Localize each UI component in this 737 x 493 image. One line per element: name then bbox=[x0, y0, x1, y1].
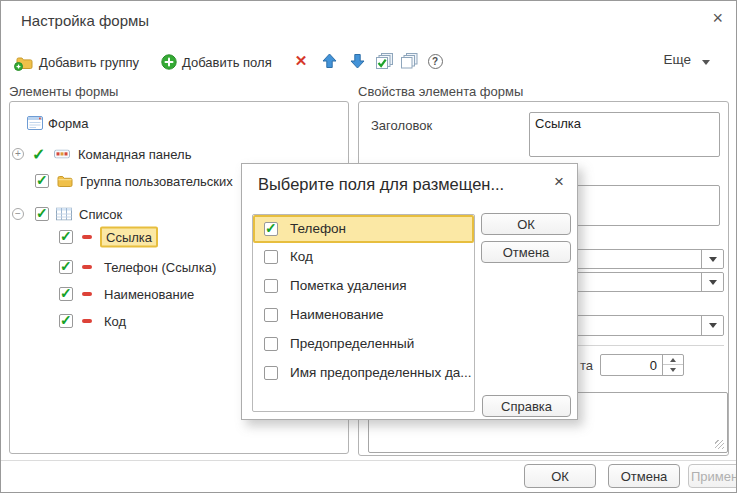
add-fields-label: Добавить поля bbox=[182, 55, 272, 70]
tree-item-label[interactable]: Код bbox=[104, 314, 126, 329]
chevron-down-icon bbox=[709, 257, 717, 262]
checkbox-checked[interactable]: ✓ bbox=[35, 174, 49, 188]
list-item-code[interactable]: Код bbox=[253, 243, 474, 272]
height-value: 0 bbox=[650, 358, 657, 373]
add-fields-button[interactable]: Добавить поля bbox=[161, 49, 272, 75]
help-button[interactable]: ? bbox=[425, 51, 445, 71]
tree-item-label[interactable]: Командная панель bbox=[78, 147, 191, 162]
arrow-up-icon bbox=[322, 53, 337, 69]
form-icon bbox=[27, 116, 43, 130]
modal-help-button[interactable]: Справка bbox=[482, 395, 571, 417]
tree-item-label[interactable]: Список bbox=[79, 207, 122, 222]
arrow-down-icon bbox=[350, 53, 365, 69]
check-icon: ✓ bbox=[60, 258, 72, 274]
cancel-button[interactable]: Отмена bbox=[608, 464, 680, 488]
down-arrow-icon bbox=[670, 368, 676, 372]
check-icon: ✓ bbox=[36, 205, 48, 221]
right-panel-header: Свойства элемента формы bbox=[358, 84, 523, 99]
checkbox-checked[interactable]: ✓ bbox=[59, 260, 73, 274]
checkbox-unchecked[interactable] bbox=[264, 308, 278, 322]
close-icon[interactable]: × bbox=[554, 172, 564, 192]
checkbox-checked[interactable]: ✓ bbox=[59, 230, 73, 244]
dropdown-button[interactable] bbox=[701, 250, 723, 268]
move-up-button[interactable] bbox=[319, 51, 339, 71]
tree-item-label[interactable]: Наименование bbox=[104, 287, 194, 302]
check-icon: ✓ bbox=[60, 312, 72, 328]
stepper-up-button[interactable] bbox=[663, 355, 683, 365]
expand-minus-icon[interactable]: − bbox=[12, 208, 24, 220]
folder-icon bbox=[57, 175, 73, 188]
list-item-label[interactable]: Предопределенный bbox=[290, 336, 414, 351]
dropdown-button[interactable] bbox=[701, 316, 723, 335]
close-icon[interactable]: × bbox=[712, 8, 723, 28]
list-item-predefined[interactable]: Предопределенный bbox=[253, 330, 474, 359]
select-fields-dialog: Выберите поля для размещен... × ✓ Телефо… bbox=[241, 163, 578, 420]
check-all-button[interactable] bbox=[373, 51, 395, 71]
resize-grip[interactable] bbox=[715, 440, 724, 449]
checkbox-unchecked[interactable] bbox=[264, 279, 278, 293]
chevron-down-icon[interactable] bbox=[702, 60, 710, 65]
field-dash-icon bbox=[82, 292, 92, 296]
add-group-button[interactable]: Добавить группу bbox=[14, 49, 139, 75]
folder-plus-icon bbox=[14, 54, 34, 71]
move-down-button[interactable] bbox=[347, 51, 367, 71]
tree-item-command-bar[interactable]: + ✓ Командная панель bbox=[10, 143, 348, 165]
checkbox-checked[interactable]: ✓ bbox=[59, 287, 73, 301]
copy-button[interactable] bbox=[399, 51, 419, 71]
modal-ok-button[interactable]: ОК bbox=[481, 213, 571, 235]
check-icon: ✓ bbox=[265, 220, 277, 236]
form-settings-dialog: Настройка формы × Добавить группу Добави… bbox=[0, 0, 737, 493]
tree-item-label[interactable]: Телефон (Ссылка) bbox=[104, 260, 216, 275]
checkbox-unchecked[interactable] bbox=[264, 366, 278, 380]
ok-button[interactable]: ОК bbox=[524, 464, 596, 488]
field-dash-icon bbox=[82, 319, 92, 323]
modal-cancel-button[interactable]: Отмена bbox=[481, 241, 571, 263]
check-icon: ✓ bbox=[60, 228, 72, 244]
list-item-label[interactable]: Наименование bbox=[290, 307, 384, 322]
plus-circle-icon bbox=[161, 54, 177, 70]
up-arrow-icon bbox=[670, 358, 676, 362]
caption-label: Заголовок bbox=[371, 118, 432, 133]
list-item-phone[interactable]: ✓ Телефон bbox=[253, 215, 474, 243]
chevron-down-icon bbox=[709, 323, 717, 328]
fields-list: ✓ Телефон Код Пометка удаления Наименова… bbox=[252, 214, 475, 412]
list-item-label[interactable]: Код bbox=[290, 249, 313, 264]
checkbox-checked[interactable]: ✓ bbox=[35, 207, 49, 221]
list-item-predefined-data-name[interactable]: Имя предопределенных да... bbox=[253, 359, 474, 388]
command-bar-icon bbox=[54, 150, 70, 159]
add-group-label: Добавить группу bbox=[39, 55, 139, 70]
checkbox-unchecked[interactable] bbox=[264, 337, 278, 351]
check-icon: ✓ bbox=[60, 285, 72, 301]
list-item-label[interactable]: Пометка удаления bbox=[290, 278, 407, 293]
checkbox-unchecked[interactable] bbox=[264, 250, 278, 264]
checkbox-checked[interactable]: ✓ bbox=[264, 222, 278, 236]
dropdown-button[interactable] bbox=[701, 273, 723, 291]
list-item-deletion-mark[interactable]: Пометка удаления bbox=[253, 272, 474, 301]
list-item-label[interactable]: Имя предопределенных да... bbox=[290, 365, 472, 380]
delete-button[interactable]: ✕ bbox=[291, 51, 311, 71]
checkbox-checked[interactable]: ✓ bbox=[59, 314, 73, 328]
list-item-name[interactable]: Наименование bbox=[253, 301, 474, 330]
caption-value: Ссылка bbox=[535, 116, 581, 131]
toolbar: Добавить группу Добавить поля ✕ bbox=[1, 49, 736, 77]
visibility-check-icon[interactable]: ✓ bbox=[32, 145, 45, 164]
height-label-fragment: та bbox=[580, 358, 593, 373]
pages-check-icon bbox=[375, 53, 394, 70]
tree-item-form[interactable]: Форма bbox=[10, 112, 348, 134]
expand-plus-icon[interactable]: + bbox=[12, 148, 24, 160]
field-dash-icon bbox=[82, 265, 92, 269]
tree-item-label[interactable]: Группа пользовательских bbox=[80, 174, 233, 189]
table-icon bbox=[56, 208, 72, 221]
more-button[interactable]: Еще bbox=[664, 52, 691, 67]
modal-title: Выберите поля для размещен... bbox=[258, 175, 504, 194]
stepper-down-button[interactable] bbox=[663, 365, 683, 375]
copy-pages-icon bbox=[401, 53, 418, 69]
check-icon: ✓ bbox=[36, 172, 48, 188]
left-panel-header: Элементы формы bbox=[9, 84, 118, 99]
list-item-label[interactable]: Телефон bbox=[290, 221, 346, 236]
tree-item-label[interactable]: Форма bbox=[48, 116, 89, 131]
window-title: Настройка формы bbox=[21, 12, 149, 29]
caption-input[interactable]: Ссылка bbox=[529, 112, 720, 157]
tree-item-label-selected[interactable]: Ссылка bbox=[100, 227, 158, 248]
height-stepper[interactable]: 0 bbox=[600, 354, 684, 376]
